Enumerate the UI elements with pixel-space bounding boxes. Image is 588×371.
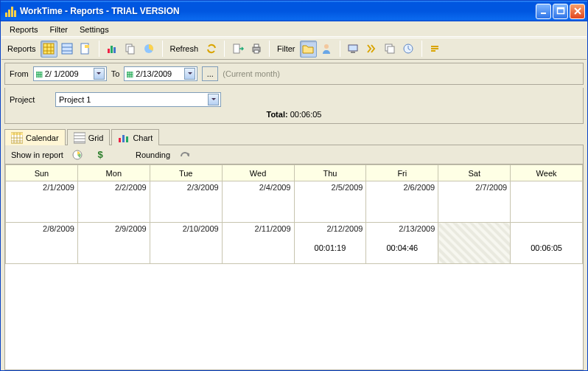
calendar-cell-value: 00:06:05 <box>511 243 582 252</box>
report-view-3-button[interactable] <box>77 41 94 58</box>
titlebar: WorkTime - Reports - TRIAL VERSION <box>1 1 587 21</box>
calendar-subbar: Show in report $ Rounding <box>4 145 584 164</box>
project-dropdown[interactable] <box>208 94 219 105</box>
view-tabs: Calendar Grid Chart <box>4 128 584 145</box>
dollar-icon: $ <box>94 149 106 161</box>
calendar-cell[interactable]: 2/2/2009 <box>77 181 150 223</box>
svg-rect-11 <box>128 46 134 54</box>
calendar-cell-date: 2/8/2009 <box>9 224 74 233</box>
calendar-cell[interactable]: 2/8/2009 <box>6 223 78 264</box>
total-label: Total: <box>266 110 287 119</box>
from-date-dropdown[interactable] <box>94 68 105 80</box>
show-in-report-label: Show in report <box>11 150 63 159</box>
print-icon <box>251 43 262 55</box>
print-button[interactable] <box>248 41 265 58</box>
clock-color-icon <box>71 149 83 161</box>
refresh-button[interactable] <box>203 41 220 58</box>
calendar-cell-date: 2/5/2009 <box>298 183 363 192</box>
tab-calendar-label: Calendar <box>26 134 59 142</box>
svg-rect-27 <box>122 135 125 142</box>
calendar-header: Sun <box>6 165 78 181</box>
folder-icon <box>302 43 314 55</box>
calendar-cell-date: 2/4/2009 <box>225 183 291 192</box>
show-money-button[interactable]: $ <box>92 146 109 163</box>
tab-grid[interactable]: Grid <box>67 129 111 145</box>
date-browse-button[interactable]: ... <box>202 66 218 81</box>
calendar-cell[interactable]: 2/7/2009 <box>438 181 511 223</box>
rounding-button[interactable] <box>176 146 193 163</box>
svg-rect-16 <box>254 50 259 53</box>
calendar-cell[interactable]: 2/3/2009 <box>150 181 222 223</box>
filter-user-button[interactable] <box>318 41 335 58</box>
pie-button[interactable] <box>141 41 158 58</box>
toolbar-extra-button[interactable] <box>427 41 444 58</box>
filter-project-button[interactable] <box>300 41 317 58</box>
copy-button[interactable] <box>122 41 139 58</box>
chart-bars-icon <box>106 43 118 55</box>
refresh-label[interactable]: Refresh <box>167 44 202 53</box>
filter-next-button[interactable] <box>363 41 380 58</box>
menu-filter[interactable]: Filter <box>45 24 73 35</box>
calendar-cell-date: 2/13/2009 <box>369 224 435 233</box>
calendar-cell[interactable]: 2/1/2009 <box>6 181 78 223</box>
date-filter-panel: From ▦ 2/ 1/2009 To ▦ 2/13/2009 ... (Cur… <box>4 63 584 85</box>
calendar-cell[interactable]: 2/5/2009 <box>294 181 366 223</box>
windows-icon <box>384 43 396 55</box>
calendar-cell-date: 2/10/2009 <box>153 224 219 233</box>
filter-computer-button[interactable] <box>345 41 362 58</box>
menu-reports[interactable]: Reports <box>4 24 43 35</box>
svg-rect-19 <box>351 52 355 53</box>
tab-calendar[interactable]: Calendar <box>4 129 66 145</box>
tab-chart[interactable]: Chart <box>111 129 159 145</box>
filter-copy-button[interactable] <box>382 41 399 58</box>
calendar-header: Thu <box>294 165 366 181</box>
to-date-value: 2/13/2009 <box>133 69 174 78</box>
close-button[interactable] <box>570 4 585 19</box>
to-date-dropdown[interactable] <box>184 68 195 80</box>
calendar-cell[interactable]: 2/11/2009 <box>222 223 294 264</box>
calendar-header: Week <box>511 165 583 181</box>
filter-label[interactable]: Filter <box>274 44 298 53</box>
grid-blue-icon <box>61 43 73 55</box>
svg-rect-15 <box>254 44 259 47</box>
calendar-header: Mon <box>77 165 150 181</box>
export-button[interactable] <box>229 41 246 58</box>
menubar: Reports Filter Settings <box>1 22 587 37</box>
project-value: Project 1 <box>59 95 91 104</box>
report-view-2-button[interactable] <box>59 41 76 58</box>
calendar-cell-value: 00:04:46 <box>366 243 438 252</box>
calendar-cell[interactable]: 2/12/200900:01:19 <box>294 223 366 264</box>
minimize-button[interactable] <box>536 4 551 19</box>
chevrons-right-icon <box>365 43 377 55</box>
calendar-cell[interactable] <box>511 181 583 223</box>
calendar-cell[interactable]: 2/10/2009 <box>150 223 222 264</box>
svg-rect-0 <box>541 13 546 14</box>
filter-clock-button[interactable] <box>400 41 417 58</box>
calendar-mini-icon: ▦ <box>126 69 133 79</box>
calendar-cell[interactable]: 2/6/2009 <box>366 181 438 223</box>
from-date-input[interactable]: ▦ 2/ 1/2009 <box>33 66 107 81</box>
menu-settings[interactable]: Settings <box>74 24 114 35</box>
to-date-input[interactable]: ▦ 2/13/2009 <box>124 66 197 81</box>
calendar-cell[interactable]: 2/13/200900:04:46 <box>366 223 438 264</box>
calendar-cell[interactable]: 2/4/2009 <box>222 181 294 223</box>
calendar-cell[interactable]: 00:06:05 <box>511 223 583 264</box>
project-combo[interactable]: Project 1 <box>55 92 221 107</box>
report-sheet-icon <box>80 43 91 55</box>
app-icon <box>5 5 17 17</box>
calendar-cell[interactable]: 2/9/2009 <box>77 223 150 264</box>
chart-tab-icon <box>118 133 130 143</box>
chart-bars-button[interactable] <box>104 41 121 58</box>
svg-rect-28 <box>126 136 128 142</box>
grid-yellow-icon <box>43 43 55 55</box>
maximize-button[interactable] <box>553 4 568 19</box>
calendar-header: Wed <box>222 165 294 181</box>
show-clock-button[interactable] <box>69 146 86 163</box>
calendar-cell[interactable] <box>438 223 511 264</box>
svg-rect-26 <box>119 138 121 142</box>
ellipsis-label: ... <box>207 69 214 78</box>
report-view-1-button[interactable] <box>41 41 57 58</box>
calendar-grid-wrap: SunMonTueWedThuFriSatWeek 2/1/20092/2/20… <box>4 164 584 370</box>
project-panel: Project Project 1 Total: 00:06:05 <box>4 88 584 124</box>
calendar-cell-date: 2/9/2009 <box>81 224 147 233</box>
